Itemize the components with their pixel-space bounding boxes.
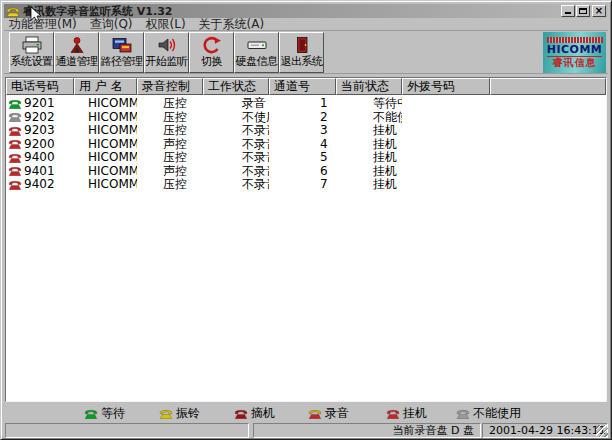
toolbar-button-label: 系统设置 bbox=[11, 54, 53, 69]
company-logo: HICOMM 睿讯信息 bbox=[543, 32, 606, 73]
cell-work-status: 不录音 bbox=[203, 138, 269, 152]
cell-user-name: HICOMM1 bbox=[74, 97, 137, 111]
cell-phone-number: 9201 bbox=[24, 97, 55, 110]
path-disk-icon bbox=[111, 35, 133, 54]
cell-record-control: 声控 bbox=[137, 165, 203, 179]
toolbar: 系统设置 通道管理 路径管理 开始监听 切换 bbox=[4, 30, 608, 74]
logo-brand-text: HICOMM bbox=[547, 44, 603, 57]
channel-person-icon bbox=[66, 35, 88, 54]
printer-icon bbox=[21, 35, 43, 54]
cell-current-status: 挂机 bbox=[336, 178, 402, 192]
header-phone-number[interactable]: 电话号码 bbox=[6, 78, 74, 95]
legend-label: 等待 bbox=[101, 405, 125, 422]
legend-label: 振铃 bbox=[176, 405, 200, 422]
legend-recording: 录音 bbox=[308, 405, 349, 422]
cell-channel-number: 6 bbox=[269, 165, 336, 179]
offhook-phone-icon bbox=[234, 409, 248, 419]
minimize-button[interactable] bbox=[561, 5, 575, 17]
cell-current-status: 等待中 bbox=[336, 97, 402, 111]
cell-outgoing-number bbox=[402, 138, 490, 152]
table-row[interactable]: 9402 HICOMM7 压控 不录音 7 挂机 bbox=[6, 178, 606, 192]
header-user-name[interactable]: 用 户 名 bbox=[74, 78, 137, 95]
system-settings-button[interactable]: 系统设置 bbox=[9, 32, 54, 73]
listview-body: 9201 HICOMM1 压控 录音 1 等待中 9202 HICOMM2 压控… bbox=[6, 95, 606, 192]
exit-system-button[interactable]: 退出系统 bbox=[279, 32, 324, 73]
cell-user-name: HICOMM6 bbox=[74, 165, 137, 179]
resize-grip[interactable] bbox=[596, 425, 608, 437]
phone-state-icon bbox=[8, 126, 22, 136]
channel-management-button[interactable]: 通道管理 bbox=[54, 32, 99, 73]
table-row[interactable]: 9201 HICOMM1 压控 录音 1 等待中 bbox=[6, 97, 606, 111]
table-row[interactable]: 9400 HICOMM5 压控 不录音 5 挂机 bbox=[6, 151, 606, 165]
toolbar-button-label: 通道管理 bbox=[56, 54, 98, 69]
cell-outgoing-number bbox=[402, 178, 490, 192]
cell-record-control: 压控 bbox=[137, 151, 203, 165]
phone-state-icon bbox=[8, 99, 22, 109]
waiting-phone-icon bbox=[84, 409, 98, 419]
switch-button[interactable]: 切换 bbox=[189, 32, 234, 73]
cell-channel-number: 5 bbox=[269, 151, 336, 165]
cell-current-status: 挂机 bbox=[336, 138, 402, 152]
legend-label: 录音 bbox=[325, 405, 349, 422]
cell-phone-number: 9402 bbox=[24, 178, 55, 191]
unusable-phone-icon bbox=[456, 409, 470, 419]
cell-work-status: 不录音 bbox=[203, 165, 269, 179]
toolbar-button-label: 退出系统 bbox=[281, 54, 323, 69]
cell-phone-number: 9203 bbox=[24, 124, 55, 137]
cell-channel-number: 2 bbox=[269, 111, 336, 125]
cell-user-name: HICOMM2 bbox=[74, 111, 137, 125]
maximize-button[interactable] bbox=[576, 5, 590, 17]
statusbar: 当前录音盘 D 盘 2001-04-29 16:43:11 bbox=[4, 423, 608, 439]
start-monitoring-button[interactable]: 开始监听 bbox=[144, 32, 189, 73]
ringing-phone-icon bbox=[159, 409, 173, 419]
legend-onhook: 挂机 bbox=[386, 405, 427, 422]
legend-label: 不能使用 bbox=[473, 405, 521, 422]
table-row[interactable]: 9203 HICOMM3 压控 不录音 3 挂机 bbox=[6, 124, 606, 138]
header-outgoing-number[interactable]: 外拨号码 bbox=[402, 78, 490, 95]
legend-offhook: 摘机 bbox=[234, 405, 275, 422]
cell-phone-number: 9400 bbox=[24, 151, 55, 164]
exit-door-icon bbox=[291, 35, 313, 54]
table-row[interactable]: 9401 HICOMM6 声控 不录音 6 挂机 bbox=[6, 165, 606, 179]
phone-state-icon bbox=[8, 139, 22, 149]
maximize-icon bbox=[579, 8, 587, 14]
status-recording-disk: 当前录音盘 D 盘 bbox=[253, 423, 481, 438]
channel-listview: 电话号码 用 户 名 录音控制 工作状态 通道号 当前状态 外拨号码 9201 … bbox=[5, 77, 607, 402]
legend-waiting: 等待 bbox=[84, 405, 125, 422]
cell-phone-number: 9200 bbox=[24, 138, 55, 151]
harddisk-info-button[interactable]: 硬盘信息 bbox=[234, 32, 279, 73]
table-row[interactable]: 9200 HICOMM4 声控 不录音 4 挂机 bbox=[6, 138, 606, 152]
cell-current-status: 挂机 bbox=[336, 151, 402, 165]
cell-channel-number: 3 bbox=[269, 124, 336, 138]
speaker-icon bbox=[156, 35, 178, 54]
cell-work-status: 不使用 bbox=[203, 111, 269, 125]
phone-state-icon bbox=[8, 112, 22, 122]
cell-current-status: 不能使用 bbox=[336, 111, 402, 125]
cell-work-status: 不录音 bbox=[203, 151, 269, 165]
cell-work-status: 不录音 bbox=[203, 124, 269, 138]
minimize-icon bbox=[565, 12, 571, 14]
close-button[interactable]: × bbox=[592, 5, 606, 17]
cell-outgoing-number bbox=[402, 97, 490, 111]
cell-work-status: 录音 bbox=[203, 97, 269, 111]
cell-outgoing-number bbox=[402, 124, 490, 138]
legend-unusable: 不能使用 bbox=[456, 405, 521, 422]
cell-channel-number: 1 bbox=[269, 97, 336, 111]
header-record-control[interactable]: 录音控制 bbox=[137, 78, 203, 95]
cell-channel-number: 7 bbox=[269, 178, 336, 192]
legend-label: 摘机 bbox=[251, 405, 275, 422]
recording-phone-icon bbox=[308, 409, 322, 419]
header-channel-number[interactable]: 通道号 bbox=[269, 78, 336, 95]
table-row[interactable]: 9202 HICOMM2 压控 不使用 2 不能使用 bbox=[6, 111, 606, 125]
cell-channel-number: 4 bbox=[269, 138, 336, 152]
status-panel-empty bbox=[5, 423, 249, 438]
toolbar-button-label: 开始监听 bbox=[146, 54, 188, 69]
header-empty[interactable] bbox=[490, 78, 606, 95]
path-management-button[interactable]: 路径管理 bbox=[99, 32, 144, 73]
cell-user-name: HICOMM3 bbox=[74, 124, 137, 138]
header-work-status[interactable]: 工作状态 bbox=[203, 78, 269, 95]
legend-label: 挂机 bbox=[403, 405, 427, 422]
header-current-status[interactable]: 当前状态 bbox=[336, 78, 402, 95]
cell-phone-number: 9401 bbox=[24, 165, 55, 178]
toolbar-button-label: 硬盘信息 bbox=[236, 54, 278, 69]
